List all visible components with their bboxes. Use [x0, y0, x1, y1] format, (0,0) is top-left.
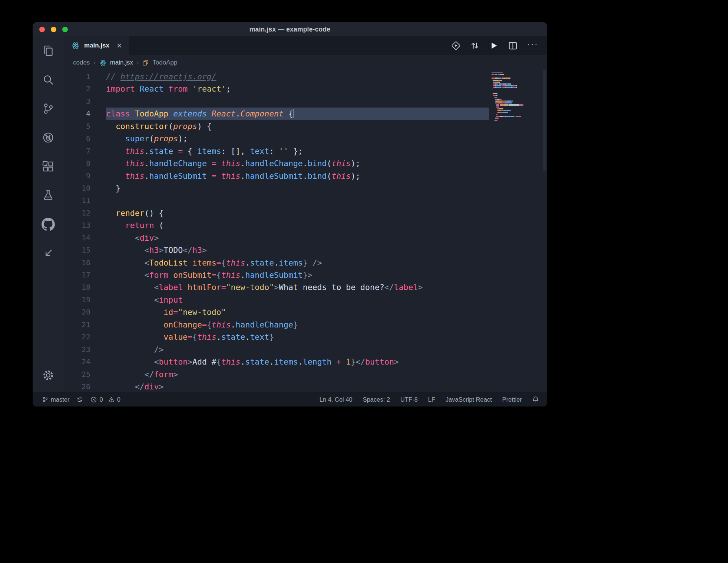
- close-tab-icon[interactable]: ×: [117, 42, 122, 50]
- line-number[interactable]: 13: [64, 219, 90, 231]
- code-line[interactable]: 2import React from 'react';: [64, 83, 489, 95]
- github-icon[interactable]: [33, 210, 64, 239]
- run-code-icon[interactable]: [451, 41, 461, 50]
- line-number[interactable]: 4: [64, 108, 90, 120]
- code-line[interactable]: 1// https://reactjs.org/: [64, 70, 489, 83]
- code-line[interactable]: 4class TodoApp extends React.Component {: [64, 108, 489, 120]
- code-text: onChange={this.handleChange}: [106, 319, 489, 331]
- open-changes-icon[interactable]: [470, 41, 480, 50]
- encoding-status[interactable]: UTF-8: [400, 396, 418, 403]
- tab-label: main.jsx: [84, 42, 109, 49]
- code-lines[interactable]: 1// https://reactjs.org/2import React fr…: [64, 70, 489, 392]
- line-number[interactable]: 2: [64, 83, 90, 95]
- scrollbar-thumb[interactable]: [543, 70, 546, 171]
- explorer-icon[interactable]: [33, 36, 64, 65]
- code-line[interactable]: 11: [64, 194, 489, 207]
- zoom-window-button[interactable]: [62, 27, 68, 32]
- scrollbar[interactable]: [542, 70, 547, 392]
- line-number[interactable]: 1: [64, 70, 90, 83]
- language-mode-status[interactable]: JavaScript React: [446, 396, 492, 403]
- line-number[interactable]: 5: [64, 120, 90, 132]
- line-number[interactable]: 23: [64, 343, 90, 356]
- settings-gear-icon[interactable]: [33, 364, 64, 387]
- notifications-bell-icon[interactable]: [532, 396, 539, 403]
- line-number[interactable]: 11: [64, 194, 90, 207]
- code-line[interactable]: 20 id="new-todo": [64, 306, 489, 318]
- code-line[interactable]: 18 <label htmlFor="new-todo">What needs …: [64, 281, 489, 293]
- line-number[interactable]: 16: [64, 257, 90, 269]
- code-text: </div>: [106, 381, 489, 392]
- breadcrumb-symbol[interactable]: TodoApp: [152, 59, 177, 66]
- code-line[interactable]: 6 super(props);: [64, 132, 489, 145]
- source-control-icon[interactable]: [33, 94, 64, 123]
- run-icon[interactable]: [489, 41, 499, 50]
- code-line[interactable]: 7 this.state = { items: [], text: '' };: [64, 145, 489, 157]
- split-editor-icon[interactable]: [508, 41, 518, 51]
- line-number[interactable]: 22: [64, 331, 90, 343]
- code-line[interactable]: 15 <h3>TODO</h3>: [64, 244, 489, 256]
- code-line[interactable]: 8 this.handleChange = this.handleChange.…: [64, 157, 489, 169]
- class-symbol-icon: [142, 60, 149, 66]
- titlebar[interactable]: main.jsx — example-code: [33, 22, 547, 36]
- line-number[interactable]: 21: [64, 319, 90, 331]
- tests-flask-icon[interactable]: [33, 181, 64, 210]
- code-line[interactable]: 26 </div>: [64, 381, 489, 392]
- code-line[interactable]: 25 </form>: [64, 368, 489, 381]
- indentation-status[interactable]: Spaces: 2: [363, 396, 390, 403]
- breadcrumb-folder[interactable]: codes: [73, 59, 90, 66]
- line-number[interactable]: 14: [64, 232, 90, 244]
- line-number[interactable]: 18: [64, 281, 90, 293]
- more-actions-icon[interactable]: ···: [527, 40, 538, 52]
- react-icon: [99, 59, 106, 66]
- line-number[interactable]: 12: [64, 207, 90, 219]
- code-line[interactable]: 12 render() {: [64, 207, 489, 219]
- line-number[interactable]: 3: [64, 95, 90, 108]
- tab-main-jsx[interactable]: main.jsx ×: [64, 36, 129, 55]
- minimap[interactable]: [489, 70, 542, 392]
- problems-status[interactable]: 0 0: [90, 396, 120, 403]
- cursor-position-status[interactable]: Ln 4, Col 40: [320, 396, 353, 403]
- code-line[interactable]: 13 return (: [64, 219, 489, 231]
- code-line[interactable]: 3: [64, 95, 489, 108]
- line-number[interactable]: 24: [64, 356, 90, 368]
- extensions-icon[interactable]: [33, 152, 64, 181]
- code-line[interactable]: 14 <div>: [64, 232, 489, 244]
- line-number[interactable]: 15: [64, 244, 90, 256]
- line-number[interactable]: 19: [64, 294, 90, 306]
- minimize-window-button[interactable]: [51, 27, 56, 32]
- line-number[interactable]: 8: [64, 157, 90, 169]
- search-icon[interactable]: [33, 65, 64, 94]
- code-line[interactable]: 5 constructor(props) {: [64, 120, 489, 132]
- code-line[interactable]: 9 this.handleSubmit = this.handleSubmit.…: [64, 170, 489, 182]
- code-line[interactable]: 17 <form onSubmit={this.handleSubmit}>: [64, 269, 489, 281]
- line-number[interactable]: 17: [64, 269, 90, 281]
- code-line[interactable]: 19 <input: [64, 294, 489, 306]
- line-number[interactable]: 7: [64, 145, 90, 157]
- arrow-bottom-left-icon[interactable]: [33, 239, 64, 268]
- code-line[interactable]: 24 <button>Add #{this.state.items.length…: [64, 356, 489, 368]
- code-line[interactable]: 22 value={this.state.text}: [64, 331, 489, 343]
- close-window-button[interactable]: [39, 27, 45, 32]
- line-number[interactable]: 26: [64, 381, 90, 392]
- line-number[interactable]: 20: [64, 306, 90, 318]
- line-number[interactable]: 25: [64, 368, 90, 381]
- vscode-window: main.jsx — example-code: [33, 22, 547, 406]
- formatter-status[interactable]: Prettier: [502, 396, 522, 403]
- branch-status[interactable]: master: [42, 396, 69, 403]
- line-number[interactable]: 9: [64, 170, 90, 182]
- line-number[interactable]: 10: [64, 182, 90, 194]
- sync-button[interactable]: [77, 396, 83, 403]
- code-line[interactable]: 16 <TodoList items={this.state.items} />: [64, 257, 489, 269]
- line-number[interactable]: 6: [64, 132, 90, 145]
- code-line[interactable]: 23 />: [64, 343, 489, 356]
- code-text: this.handleChange = this.handleChange.bi…: [106, 157, 489, 169]
- breadcrumb-file[interactable]: main.jsx: [110, 59, 133, 66]
- code-line[interactable]: 10 }: [64, 182, 489, 194]
- code-text: }: [106, 182, 489, 194]
- debug-disabled-icon[interactable]: [33, 123, 64, 152]
- eol-status[interactable]: LF: [428, 396, 435, 403]
- code-line[interactable]: 21 onChange={this.handleChange}: [64, 319, 489, 331]
- editor[interactable]: 1// https://reactjs.org/2import React fr…: [64, 70, 547, 392]
- editor-actions: ···: [451, 36, 547, 55]
- status-bar: master 0 0 Ln 4, Col 40 Space: [33, 392, 547, 406]
